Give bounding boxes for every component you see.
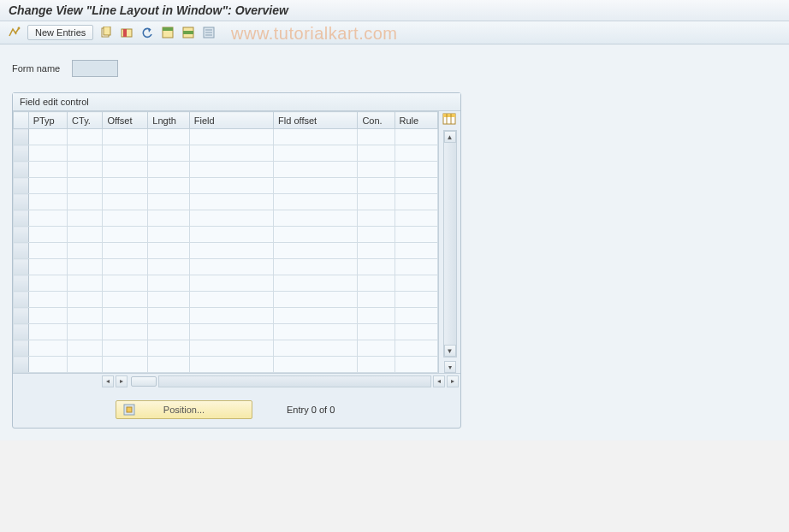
scroll-right-icon[interactable]: ◂ bbox=[433, 375, 445, 387]
grid-cell[interactable] bbox=[189, 340, 273, 357]
grid-cell[interactable] bbox=[274, 162, 358, 178]
grid-cell[interactable] bbox=[28, 357, 67, 373]
grid-cell[interactable] bbox=[394, 324, 437, 340]
table-row[interactable] bbox=[14, 178, 438, 194]
grid-cell[interactable] bbox=[394, 308, 437, 324]
grid-cell[interactable] bbox=[68, 178, 103, 194]
col-field[interactable]: Field bbox=[189, 112, 273, 129]
grid-cell[interactable] bbox=[274, 210, 358, 227]
table-row[interactable] bbox=[14, 357, 438, 373]
grid-cell[interactable] bbox=[103, 243, 148, 259]
grid-cell[interactable] bbox=[68, 227, 103, 243]
grid-cell[interactable] bbox=[148, 275, 190, 292]
grid-cell[interactable] bbox=[28, 324, 67, 340]
grid-cell[interactable] bbox=[103, 194, 148, 210]
grid-cell[interactable] bbox=[189, 243, 273, 259]
grid-cell[interactable] bbox=[358, 129, 394, 145]
grid-cell[interactable] bbox=[103, 145, 148, 162]
table-row[interactable] bbox=[14, 162, 438, 178]
row-selector[interactable] bbox=[14, 210, 29, 227]
grid-cell[interactable] bbox=[274, 227, 358, 243]
grid-cell[interactable] bbox=[394, 129, 437, 145]
grid-cell[interactable] bbox=[103, 292, 148, 308]
grid-cell[interactable] bbox=[148, 259, 190, 275]
col-rule[interactable]: Rule bbox=[394, 112, 437, 129]
grid-cell[interactable] bbox=[148, 129, 190, 145]
grid-cell[interactable] bbox=[148, 178, 190, 194]
grid-cell[interactable] bbox=[274, 259, 358, 275]
row-selector[interactable] bbox=[14, 292, 29, 308]
grid-cell[interactable] bbox=[358, 308, 394, 324]
grid-cell[interactable] bbox=[68, 162, 103, 178]
hscroll-track[interactable] bbox=[158, 375, 431, 387]
field-edit-grid[interactable]: PTyp CTy. Offset Lngth Field Fld offset … bbox=[13, 111, 438, 373]
grid-cell[interactable] bbox=[68, 308, 103, 324]
grid-cell[interactable] bbox=[274, 324, 358, 340]
row-selector[interactable] bbox=[14, 178, 29, 194]
grid-cell[interactable] bbox=[358, 292, 394, 308]
grid-cell[interactable] bbox=[189, 308, 273, 324]
grid-cell[interactable] bbox=[68, 292, 103, 308]
grid-cell[interactable] bbox=[394, 194, 437, 210]
grid-cell[interactable] bbox=[274, 340, 358, 357]
grid-cell[interactable] bbox=[68, 275, 103, 292]
grid-cell[interactable] bbox=[274, 178, 358, 194]
row-selector[interactable] bbox=[14, 324, 29, 340]
grid-cell[interactable] bbox=[28, 194, 67, 210]
scroll-down-icon[interactable]: ▼ bbox=[444, 345, 456, 357]
grid-cell[interactable] bbox=[358, 340, 394, 357]
grid-cell[interactable] bbox=[148, 145, 190, 162]
grid-cell[interactable] bbox=[189, 259, 273, 275]
grid-cell[interactable] bbox=[358, 145, 394, 162]
row-selector[interactable] bbox=[14, 162, 29, 178]
hscroll-thumb[interactable] bbox=[131, 376, 157, 387]
grid-cell[interactable] bbox=[148, 357, 190, 373]
grid-cell[interactable] bbox=[358, 324, 394, 340]
grid-cell[interactable] bbox=[68, 194, 103, 210]
table-row[interactable] bbox=[14, 259, 438, 275]
grid-cell[interactable] bbox=[68, 340, 103, 357]
table-row[interactable] bbox=[14, 227, 438, 243]
grid-cell[interactable] bbox=[189, 357, 273, 373]
grid-cell[interactable] bbox=[394, 357, 437, 373]
row-selector[interactable] bbox=[14, 145, 29, 162]
grid-cell[interactable] bbox=[28, 275, 67, 292]
row-selector[interactable] bbox=[14, 308, 29, 324]
grid-cell[interactable] bbox=[189, 145, 273, 162]
new-entries-button[interactable]: New Entries bbox=[27, 25, 93, 40]
grid-cell[interactable] bbox=[274, 243, 358, 259]
grid-cell[interactable] bbox=[103, 162, 148, 178]
grid-cell[interactable] bbox=[103, 227, 148, 243]
table-row[interactable] bbox=[14, 324, 438, 340]
grid-cell[interactable] bbox=[148, 340, 190, 357]
grid-cell[interactable] bbox=[189, 162, 273, 178]
grid-cell[interactable] bbox=[394, 210, 437, 227]
row-selector[interactable] bbox=[14, 227, 29, 243]
row-selector[interactable] bbox=[14, 275, 29, 292]
grid-cell[interactable] bbox=[274, 129, 358, 145]
horizontal-scrollbar[interactable]: ◂ ▸ ◂ ▸ bbox=[13, 373, 460, 388]
grid-cell[interactable] bbox=[358, 194, 394, 210]
grid-cell[interactable] bbox=[358, 178, 394, 194]
grid-cell[interactable] bbox=[148, 324, 190, 340]
grid-cell[interactable] bbox=[28, 340, 67, 357]
grid-cell[interactable] bbox=[394, 275, 437, 292]
col-cty[interactable]: CTy. bbox=[68, 112, 103, 129]
grid-cell[interactable] bbox=[28, 243, 67, 259]
grid-cell[interactable] bbox=[103, 357, 148, 373]
grid-cell[interactable] bbox=[189, 324, 273, 340]
grid-cell[interactable] bbox=[189, 178, 273, 194]
row-selector[interactable] bbox=[14, 243, 29, 259]
row-selector[interactable] bbox=[14, 129, 29, 145]
grid-cell[interactable] bbox=[189, 227, 273, 243]
grid-cell[interactable] bbox=[68, 324, 103, 340]
vertical-scrollbar[interactable]: ▲ ▼ bbox=[443, 130, 457, 358]
grid-cell[interactable] bbox=[274, 145, 358, 162]
table-row[interactable] bbox=[14, 210, 438, 227]
grid-cell[interactable] bbox=[28, 308, 67, 324]
grid-cell[interactable] bbox=[103, 129, 148, 145]
copy-as-icon[interactable] bbox=[98, 25, 114, 40]
grid-cell[interactable] bbox=[103, 275, 148, 292]
grid-cell[interactable] bbox=[274, 292, 358, 308]
table-row[interactable] bbox=[14, 292, 438, 308]
